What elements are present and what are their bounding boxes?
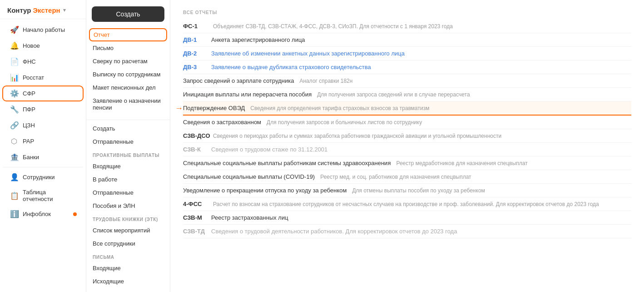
sidebar-item-employees[interactable]: 👤 Сотрудники	[3, 170, 83, 185]
report-row[interactable]: СЗВ-К Сведения о трудовом стаже по 31.12…	[183, 143, 631, 156]
report-code: 4-ФСС	[183, 201, 210, 207]
sidebar-item-czn[interactable]: 🔗 ЦЗН	[3, 118, 83, 133]
menu-item-vkhodyashchie[interactable]: Входящие	[86, 160, 170, 173]
menu-item-label: Отправленные	[93, 189, 134, 196]
sidebar-item-label: ПФР	[23, 106, 35, 113]
report-row[interactable]: Уведомление о прекращении отпуска по ухо…	[183, 184, 631, 197]
middle-panel: Создать Отчет Письмо Сверку по расчетам …	[86, 0, 170, 292]
menu-item-sverku[interactable]: Сверку по расчетам	[86, 55, 170, 68]
report-desc: Объединяет СЗВ-ТД, СЗВ-СТАЖ, 4-ФСС, ДСВ-…	[213, 23, 453, 30]
menu-item-iskh-pisma[interactable]: Исходящие	[86, 275, 170, 288]
report-code: ДВ-2	[183, 50, 210, 57]
sidebar-item-label: Инфоблок	[23, 211, 51, 217]
gear-icon: ⚙️	[10, 89, 18, 98]
menu-item-vypisku[interactable]: Выписку по сотрудникам	[86, 68, 170, 81]
sidebar-item-label: Банки	[23, 154, 39, 161]
report-name: Сведения о трудовом стаже по 31.12.2001	[211, 146, 327, 153]
sidebar-item-report-table[interactable]: 📋 Таблица отчетности	[3, 186, 83, 206]
menu-item-label: Входящие	[93, 163, 121, 170]
report-code: ДВ-3	[183, 64, 210, 70]
menu-item-label: Отчет	[94, 31, 110, 38]
report-name: Подтверждение ОВЭД	[183, 105, 245, 111]
report-row[interactable]: 4-ФСС Расчет по взносам на страхование с…	[183, 197, 631, 211]
menu-item-otchet[interactable]: Отчет	[89, 28, 167, 41]
section-label-proactive: ПРОАКТИВНЫЕ ВЫПЛАТЫ	[86, 148, 170, 160]
sidebar-item-rosstat[interactable]: 📊 Росстат	[3, 70, 83, 85]
menu-item-label: Сверку по расчетам	[93, 58, 148, 65]
sidebar-item-new[interactable]: 🔔 Новое	[3, 38, 83, 53]
report-row[interactable]: ДВ-2 Заявление об изменении анкетных дан…	[183, 47, 631, 60]
menu-item-otpravlennye[interactable]: Отправленные	[86, 135, 170, 148]
report-desc: Сведения о периодах работы и суммах зара…	[213, 133, 501, 139]
menu-item-pismo[interactable]: Письмо	[86, 41, 170, 55]
menu-item-sozdanie[interactable]: Создать	[86, 122, 170, 135]
sidebar-item-pfr[interactable]: 🔧 ПФР	[3, 102, 83, 117]
report-row[interactable]: СЗВ-ДСО Сведения о периодах работы и сум…	[183, 129, 631, 143]
menu-item-spisok[interactable]: Список мероприятий	[86, 224, 170, 237]
report-name: Инициация выплаты или перерасчета пособи…	[183, 91, 312, 98]
user-icon: 👤	[10, 173, 18, 181]
report-row[interactable]: ДВ-1 Анкета зарегистрированного лица	[183, 33, 631, 47]
report-row[interactable]: ФС-1 Объединяет СЗВ-ТД, СЗВ-СТАЖ, 4-ФСС,…	[183, 20, 631, 33]
menu-item-otpravlennye2[interactable]: Отправленные	[86, 186, 170, 199]
report-desc: Реестр мед. и соц. работников для назнач…	[320, 174, 471, 180]
doc-icon: 📄	[10, 57, 18, 66]
hexagon-icon: ⬡	[10, 137, 18, 146]
logo-extern: Экстерн	[33, 6, 60, 14]
sidebar-item-fns[interactable]: 📄 ФНС	[3, 54, 83, 69]
menu-item-label: Входящие	[93, 265, 121, 272]
menu-item-v-rabote[interactable]: В работе	[86, 173, 170, 186]
bank-icon: 🏦	[10, 153, 18, 161]
menu-item-label: Заявление о назначении пенсии	[93, 97, 163, 111]
report-row[interactable]: Специальные социальные выплаты (COVID-19…	[183, 170, 631, 184]
menu-item-label: Выписку по сотрудникам	[93, 71, 161, 78]
sidebar-item-sfr[interactable]: ⚙️ СФР	[3, 86, 83, 101]
section-label-pisma: ПИСЬМА	[86, 250, 170, 262]
link-icon: 🔗	[10, 121, 18, 130]
menu-item-label: Список мероприятий	[93, 227, 150, 234]
report-row[interactable]: ДВ-3 Заявление о выдаче дубликата страхо…	[183, 60, 631, 74]
sidebar-item-label: Начало работы	[23, 26, 65, 33]
sidebar-item-start[interactable]: 🚀 Начало работы	[3, 22, 83, 37]
menu-item-label: В работе	[93, 176, 117, 183]
section-label-trebovaniya: ТРЕБОВАНИЯ	[86, 288, 170, 292]
table-icon: 📋	[10, 191, 18, 200]
report-name: Уведомление о прекращении отпуска по ухо…	[183, 187, 347, 194]
report-row[interactable]: Специальные социальные выплаты работника…	[183, 156, 631, 170]
report-name: Запрос сведений о зарплате сотрудника	[183, 77, 294, 84]
logo-kontur: Контур	[7, 6, 31, 14]
menu-item-vse-sotrudniki[interactable]: Все сотрудники	[86, 237, 170, 250]
menu-item-label: Все сотрудники	[93, 240, 135, 247]
sidebar-item-label: ФНС	[23, 58, 36, 65]
menu-item-posobiya[interactable]: Пособия и ЭЛН	[86, 199, 170, 212]
report-row[interactable]: Сведения о застрахованном Для получения …	[183, 116, 631, 129]
sidebar-item-banks[interactable]: 🏦 Банки	[3, 150, 83, 165]
menu-item-maket[interactable]: Макет пенсионных дел	[86, 81, 170, 94]
create-button[interactable]: Создать	[92, 6, 164, 22]
sidebar-item-rap[interactable]: ⬡ РАР	[3, 134, 83, 149]
menu-item-label: Пособия и ЭЛН	[93, 202, 135, 209]
menu-item-vkhod-pisma[interactable]: Входящие	[86, 262, 170, 275]
report-row[interactable]: СЗВ-М Реестр застрахованных лиц	[183, 211, 631, 225]
report-row[interactable]: Инициация выплаты или перерасчета пособи…	[183, 88, 631, 101]
report-name: Реестр застрахованных лиц	[211, 214, 288, 221]
report-desc: Расчет по взносам на страхование сотрудн…	[213, 201, 599, 207]
report-code: ФС-1	[183, 23, 210, 30]
report-desc: Для отмены выплаты пособия по уходу за р…	[352, 187, 485, 194]
report-name: Заявление о выдаче дубликата страхового …	[211, 64, 371, 70]
report-row[interactable]: Запрос сведений о зарплате сотрудника Ан…	[183, 74, 631, 88]
report-desc: Аналог справки 182н	[299, 78, 352, 84]
sidebar-item-label: Сотрудники	[23, 174, 54, 181]
sidebar-item-infoblock[interactable]: ℹ️ Инфоблок	[3, 206, 83, 222]
report-code: СЗВ-К	[183, 146, 210, 153]
sidebar: Контур Экстерн ▾ 🚀 Начало работы 🔔 Новое…	[0, 0, 86, 292]
sidebar-item-label: Таблица отчетности	[23, 189, 76, 202]
menu-item-zayavlenie[interactable]: Заявление о назначении пенсии	[86, 94, 170, 114]
report-name: Сведения о трудовой деятельности работни…	[211, 228, 457, 235]
logo-chevron[interactable]: ▾	[63, 7, 66, 13]
report-desc: Сведения для определения тарифа страховы…	[250, 105, 429, 111]
report-row[interactable]: СЗВ-ТД Сведения о трудовой деятельности …	[183, 225, 631, 238]
report-desc: Для получения запроса сведений или в слу…	[317, 91, 470, 98]
report-row-podtverzhdenie[interactable]: → Подтверждение ОВЭД Сведения для опреде…	[183, 101, 631, 116]
sidebar-item-label: РАР	[23, 138, 34, 145]
